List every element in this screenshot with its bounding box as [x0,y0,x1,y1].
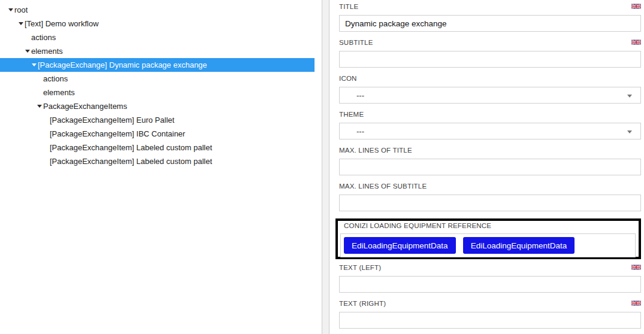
tree-item-label: actions [43,74,68,83]
tree-item-label: [PackageExchangeItem] Labeled custom pal… [50,143,212,152]
tree-item-label: [PackageExchange] Dynamic package exchan… [38,60,207,69]
field-theme: THEME --- [339,111,641,139]
field-text-right: TEXT (RIGHT) [339,300,641,329]
expand-triangle-icon[interactable] [8,8,13,11]
icon-select-value: --- [356,91,364,100]
tree-item-label: PackageExchangeItems [43,102,127,111]
field-icon: ICON --- [339,75,641,104]
expand-triangle-icon[interactable] [25,50,30,53]
tree-item-package-exchange[interactable]: [PackageExchange] Dynamic package exchan… [0,58,315,72]
field-subtitle: SUBTITLE [339,39,641,68]
conizi-loading-equipment-section: CONIZI LOADING EQUIPMENT REFERENCE EdiLo… [335,218,641,259]
theme-select[interactable]: --- [339,123,641,139]
workflow-editor-window: root [Text] Demo workflow actions elemen… [0,0,644,334]
expand-triangle-icon[interactable] [19,22,23,25]
max-lines-title-input[interactable] [339,159,641,175]
tree-item-ibc-container[interactable]: [PackageExchangeItem] IBC Container [0,127,315,141]
chevron-down-icon [627,95,632,98]
uk-flag-icon[interactable] [631,300,641,306]
tree-item-elements-2[interactable]: elements [0,86,315,99]
panel-splitter[interactable] [322,0,329,334]
text-right-input[interactable] [339,312,641,329]
icon-select[interactable]: --- [339,87,641,104]
field-text-left: TEXT (LEFT) [339,264,641,293]
properties-panel: TITLE SUBTITLE [329,0,644,334]
expand-triangle-icon[interactable] [32,63,37,66]
workflow-tree-panel: root [Text] Demo workflow actions elemen… [0,0,315,334]
tree-item-labeled-custom-pallet-1[interactable]: [PackageExchangeItem] Labeled custom pal… [0,141,315,154]
tree-item-euro-pallet[interactable]: [PackageExchangeItem] Euro Pallet [0,113,315,127]
title-label: TITLE [339,3,358,11]
tree-item-label: root [14,5,28,14]
tree-item-label: elements [43,88,75,97]
icon-label: ICON [339,75,357,83]
subtitle-label: SUBTITLE [339,39,373,47]
tree-item-elements[interactable]: elements [0,44,315,58]
uk-flag-icon[interactable] [631,3,641,10]
text-right-label: TEXT (RIGHT) [339,300,386,308]
max-lines-title-label: MAX. LINES OF TITLE [339,147,412,154]
edi-loading-equipment-chip[interactable]: EdiLoadingEquipmentData [344,237,456,254]
tree-item-root[interactable]: root [0,3,315,17]
max-lines-subtitle-label: MAX. LINES OF SUBTITLE [339,183,427,190]
theme-select-value: --- [356,127,364,136]
field-title: TITLE [339,3,641,32]
field-max-lines-title: MAX. LINES OF TITLE [339,147,641,175]
tree-item-labeled-custom-pallet-2[interactable]: [PackageExchangeItem] Labeled custom pal… [0,154,315,168]
tree-item-text-demo-workflow[interactable]: [Text] Demo workflow [0,17,315,31]
uk-flag-icon[interactable] [631,39,641,45]
conizi-chip-container: EdiLoadingEquipmentData EdiLoadingEquipm… [340,233,636,257]
text-left-label: TEXT (LEFT) [339,264,381,272]
subtitle-input[interactable] [339,51,641,68]
tree-item-label: [Text] Demo workflow [25,19,99,28]
text-left-input[interactable] [339,276,641,293]
tree-item-package-exchange-items[interactable]: PackageExchangeItems [0,99,315,113]
conizi-label: CONIZI LOADING EQUIPMENT REFERENCE [344,222,636,230]
tree-item-label: elements [31,47,63,56]
tree-item-label: actions [31,33,56,42]
title-input[interactable] [339,15,641,32]
uk-flag-icon[interactable] [631,264,641,271]
expand-triangle-icon[interactable] [37,105,42,108]
theme-label: THEME [339,111,364,119]
edi-loading-equipment-chip[interactable]: EdiLoadingEquipmentData [463,237,575,254]
tree-item-actions[interactable]: actions [0,31,315,44]
chevron-down-icon [627,130,632,133]
field-max-lines-subtitle: MAX. LINES OF SUBTITLE [339,183,641,211]
max-lines-subtitle-input[interactable] [339,195,641,211]
tree-item-label: [PackageExchangeItem] IBC Container [50,129,185,138]
tree-item-label: [PackageExchangeItem] Labeled custom pal… [50,157,212,166]
tree-item-actions-2[interactable]: actions [0,72,315,86]
tree-item-label: [PackageExchangeItem] Euro Pallet [50,116,174,125]
